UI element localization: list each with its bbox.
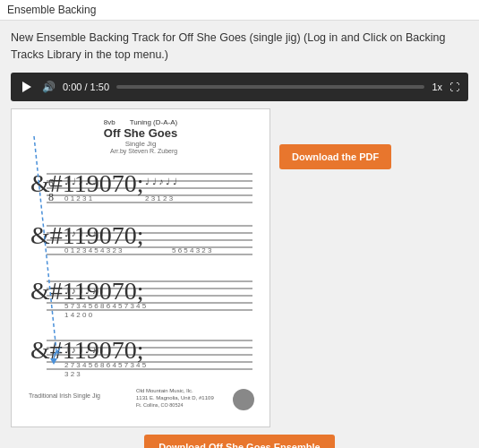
progress-bar-1[interactable]: [116, 85, 424, 89]
svg-text:Ft. Collins, CO 80524: Ft. Collins, CO 80524: [136, 402, 184, 408]
sheet-part-1: 8vb: [104, 118, 115, 126]
sheet-tuning-1: Tuning (D-A-A): [130, 118, 178, 126]
svg-point-43: [233, 389, 254, 410]
svg-text:2 7 3 4 5 6 8 6 4 5 7 3 4 5: 2 7 3 4 5 6 8 6 4 5 7 3 4 5: [64, 361, 147, 369]
svg-text:Traditional Irish Single Jig: Traditional Irish Single Jig: [29, 392, 100, 400]
play-icon-1: [22, 82, 31, 92]
sheet-title-area-1: 8vb Tuning (D-A-A) Off She Goes Single J…: [104, 118, 177, 154]
sheet-music-1: 8vb Tuning (D-A-A) Off She Goes Single J…: [11, 108, 270, 427]
svg-text:♩ ♩ ♪ ♩ ♩: ♩ ♩ ♪ ♩ ♩: [64, 177, 97, 186]
music-staves-1: &#119070; 6 8 ♩ ♩ ♪ ♩ ♩ 0 1 2 3 1: [20, 158, 261, 418]
svg-text:3 2 3: 3 2 3: [64, 370, 81, 378]
svg-text:6: 6: [48, 177, 54, 189]
top-bar-title: Ensemble Backing: [7, 4, 96, 16]
svg-text:2  3    1 2 3: 2 3 1 2 3: [145, 194, 174, 202]
announcement-song: Off She Goes: [179, 31, 247, 44]
svg-text:♩ ♪ ♩ ♩ ♪ ♩: ♩ ♪ ♩ ♩ ♪ ♩: [64, 228, 104, 238]
svg-text:5 6 5 4 3 2 3: 5 6 5 4 3 2 3: [172, 246, 212, 254]
svg-text:♩ ♪ ♩ ♩ ♪ ♩: ♩ ♪ ♩ ♩ ♪ ♩: [64, 345, 104, 355]
sheet-arranger-1: Arr.by Steven R. Zuberg: [104, 148, 177, 154]
svg-text:♩ ♪ ♩ ♩ ♪ ♩: ♩ ♪ ♩ ♩ ♪ ♩: [64, 286, 104, 296]
announcement-middle: for: [163, 31, 179, 44]
fullscreen-icon-1[interactable]: ⛶: [449, 82, 459, 92]
svg-text:1  4  2  0  0: 1 4 2 0 0: [64, 311, 93, 319]
speed-label-1[interactable]: 1x: [432, 82, 442, 92]
time-display-1: 0:00 / 1:50: [63, 82, 109, 92]
section-1: 🔊 0:00 / 1:50 1x ⛶ 8vb Tuning (D-A-A) O: [11, 73, 468, 449]
svg-text:8: 8: [48, 191, 54, 203]
announcement-prefix: New Ensemble Backing Track: [11, 31, 159, 44]
audio-player-1: 🔊 0:00 / 1:50 1x ⛶: [11, 73, 468, 101]
svg-text:5 7 3 4 5 6 8 6 4 5 7 3 4 5: 5 7 3 4 5 6 8 6 4 5 7 3 4 5: [64, 302, 147, 310]
right-panel-1: Download the PDF: [279, 108, 468, 427]
page-content: New Ensemble Backing Track for Off She G…: [0, 21, 479, 448]
volume-icon-1: 🔊: [42, 81, 56, 93]
svg-text:♩ ♩ ♪ ♩ ♩: ♩ ♩ ♪ ♩ ♩: [145, 177, 177, 186]
svg-text:1131 E. Magnolia, Unit D, #110: 1131 E. Magnolia, Unit D, #1109: [136, 395, 214, 401]
content-row-1: 8vb Tuning (D-A-A) Off She Goes Single J…: [11, 108, 468, 427]
announcement: New Ensemble Backing Track for Off She G…: [11, 30, 468, 64]
volume-button-1[interactable]: 🔊: [41, 80, 56, 94]
play-button-1[interactable]: [20, 80, 34, 94]
top-bar: Ensemble Backing: [0, 0, 479, 21]
download-ensemble-button[interactable]: Download Off She Goes Ensemble: [144, 435, 334, 449]
svg-text:0  1 2 3  4 5 4 3 2 3: 0 1 2 3 4 5 4 3 2 3: [64, 246, 123, 254]
download-pdf-button[interactable]: Download the PDF: [279, 144, 391, 169]
svg-text:Old Mountain Music, llc.: Old Mountain Music, llc.: [136, 388, 193, 393]
svg-text:0  1 2 3  1: 0 1 2 3 1: [64, 194, 93, 202]
sheet-name-1: Off She Goes: [104, 126, 177, 140]
sheet-subtitle-1: Single Jig: [104, 140, 177, 148]
